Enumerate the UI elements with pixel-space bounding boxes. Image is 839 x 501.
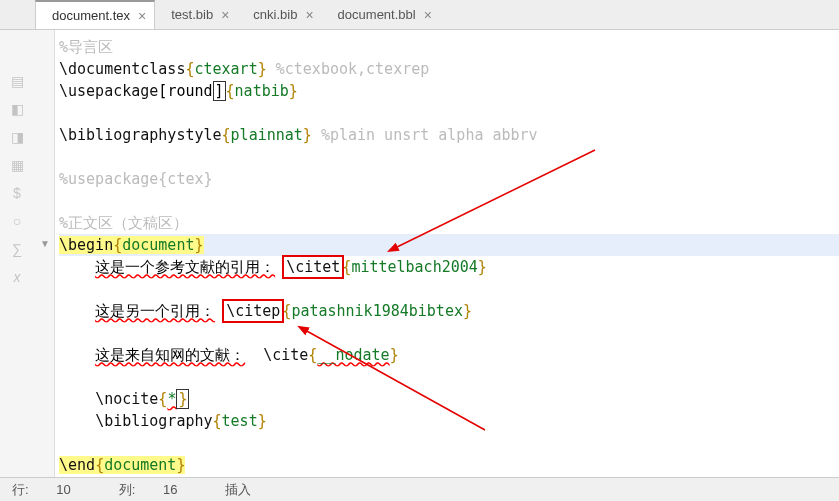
arg: mittelbach2004 <box>351 258 477 276</box>
arg: patashnik1984bibtex <box>291 302 463 320</box>
close-icon[interactable]: × <box>424 7 432 23</box>
sidebar-icon[interactable]: ∑ <box>6 238 28 260</box>
mode-indicator: 插入 <box>225 481 251 499</box>
tab-document-bbl[interactable]: document.bbl× <box>322 0 440 29</box>
close-icon[interactable]: × <box>305 7 313 23</box>
code-line: %正文区（文稿区） <box>59 214 188 232</box>
svg-line-1 <box>305 330 485 430</box>
tab-test-bib[interactable]: test.bib× <box>155 0 237 29</box>
text: 这是另一个引用： <box>95 302 215 320</box>
status-bar: 行: 10 列: 16 插入 <box>0 477 839 501</box>
cmd: \cite <box>263 346 308 364</box>
tab-document-tex[interactable]: document.tex× <box>35 0 155 29</box>
arg: natbib <box>235 82 289 100</box>
sidebar-icon[interactable]: ▤ <box>6 70 28 92</box>
sidebar-icon[interactable]: ▦ <box>6 154 28 176</box>
arg: document <box>122 236 194 254</box>
tab-label: test.bib <box>171 7 213 22</box>
row-indicator: 行: 10 <box>12 481 95 499</box>
tab-bar: document.tex× test.bib× cnki.bib× docume… <box>0 0 839 30</box>
icon-strip: ▤ ◧ ◨ ▦ $ ○ ∑ x <box>6 70 28 294</box>
comment: %plain unsrt alpha abbrv <box>312 126 538 144</box>
fold-icon[interactable]: ▼ <box>40 238 50 249</box>
close-icon[interactable]: × <box>138 8 146 24</box>
gutter: ▼ ▤ ◧ ◨ ▦ $ ○ ∑ x <box>0 30 55 477</box>
tab-label: document.bbl <box>338 7 416 22</box>
cmd: \citep <box>226 302 280 320</box>
comment: %ctexbook,ctexrep <box>267 60 430 78</box>
code-line: %usepackage{ctex} <box>59 170 213 188</box>
cmd: \begin <box>59 236 113 254</box>
cmd: \end <box>59 456 95 474</box>
arg: document <box>104 456 176 474</box>
arg: test <box>222 412 258 430</box>
arg: ctexart <box>194 60 257 78</box>
text: 这是来自知网的文献： <box>95 346 245 364</box>
text: 这是一个参考文献的引用： <box>95 258 275 276</box>
sidebar-icon[interactable]: x <box>6 266 28 288</box>
sidebar-icon[interactable]: ○ <box>6 210 28 232</box>
close-icon[interactable]: × <box>221 7 229 23</box>
tab-label: cnki.bib <box>253 7 297 22</box>
opt: round <box>167 82 212 100</box>
cmd: \documentclass <box>59 60 185 78</box>
tab-label: document.tex <box>52 8 130 23</box>
arg: __nodate <box>317 346 389 364</box>
tab-cnki-bib[interactable]: cnki.bib× <box>237 0 321 29</box>
cmd: \bibliographystyle <box>59 126 222 144</box>
cmd: \usepackage <box>59 82 158 100</box>
sidebar-icon[interactable]: ◨ <box>6 126 28 148</box>
sidebar-icon[interactable]: ◧ <box>6 98 28 120</box>
cmd: \bibliography <box>95 412 212 430</box>
code-line: %导言区 <box>59 38 113 56</box>
sidebar-icon[interactable]: $ <box>6 182 28 204</box>
editor[interactable]: %导言区 \documentclass{ctexart} %ctexbook,c… <box>55 30 839 477</box>
cmd: \citet <box>286 258 340 276</box>
col-indicator: 列: 16 <box>119 481 202 499</box>
arg: plainnat <box>231 126 303 144</box>
cmd: \nocite <box>95 390 158 408</box>
